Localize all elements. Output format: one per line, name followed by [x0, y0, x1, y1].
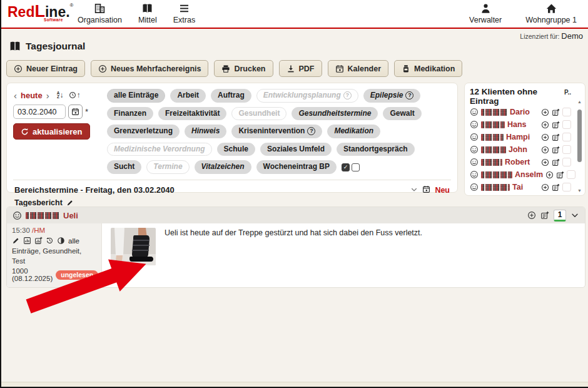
scrollbar-thumb[interactable] [577, 110, 582, 162]
add-entry-icon[interactable] [541, 121, 549, 129]
week-filter-checkbox-empty[interactable] [352, 163, 360, 171]
calendar-button[interactable]: Kalender [328, 60, 389, 77]
client-checkbox[interactable] [562, 158, 571, 166]
scroll-down-arrow[interactable]: ▼ [576, 188, 583, 193]
add-entry-icon[interactable] [541, 183, 549, 191]
chart-add-icon[interactable] [34, 237, 43, 245]
client-checkbox[interactable] [562, 195, 571, 196]
add-report-icon[interactable] [540, 211, 549, 220]
client-checkbox[interactable] [562, 133, 571, 141]
help-icon[interactable]: ? [343, 91, 352, 100]
filter-chip-krisenintervention[interactable]: Krisenintervention? [231, 125, 322, 138]
client-name[interactable]: Dario [510, 108, 530, 116]
add-entry-icon[interactable] [541, 108, 549, 116]
add-report-icon[interactable] [552, 133, 560, 141]
filter-chip-medikation[interactable]: Medikation [327, 125, 380, 138]
client-name[interactable]: Hampi [506, 133, 530, 141]
help-icon[interactable]: ? [405, 91, 413, 100]
help-icon[interactable]: ? [307, 127, 315, 135]
filter-chip-schule[interactable]: Schule [217, 143, 255, 156]
nav-extras[interactable]: Extras [173, 3, 195, 24]
add-report-icon[interactable] [552, 108, 560, 116]
filter-chip-grenzverletzung[interactable]: Grenzverletzung [107, 125, 180, 138]
filter-chip-gesundheitstermine[interactable]: Gesundheitstermine [291, 107, 378, 121]
client-checkbox[interactable] [562, 108, 571, 116]
pdf-button[interactable]: PDF [279, 60, 322, 77]
new-multi-event-button[interactable]: Neues Mehrfachereignis [91, 60, 209, 77]
add-entry-icon[interactable] [527, 211, 536, 220]
edit-pencil-icon[interactable] [12, 237, 20, 245]
client-name[interactable]: Anselm [515, 170, 543, 179]
filter-chip-medizinische-verordnung[interactable]: Medizinische Verordnung [107, 143, 212, 156]
medication-button[interactable]: Medikation [394, 60, 462, 77]
sort-alpha-button[interactable]: AZ↓ [57, 91, 64, 100]
entry-header[interactable]: Ueli 1 [7, 207, 585, 223]
add-entry-icon[interactable] [541, 133, 549, 141]
filter-chip-arbeit[interactable]: Arbeit [170, 89, 206, 103]
add-entry-icon[interactable] [541, 158, 549, 166]
print-button[interactable]: Drucken [214, 60, 273, 77]
client-name[interactable]: Tai [512, 183, 523, 191]
collapse-chevron[interactable] [410, 185, 418, 196]
add-entry-icon[interactable] [541, 196, 549, 197]
refresh-button[interactable]: aktualisieren [13, 123, 90, 140]
filter-chip-wocheneintrag-bp[interactable]: Wocheneintrag BP [256, 160, 337, 174]
week-filter-checkbox-checked[interactable]: ✓ [342, 163, 350, 171]
add-entry-icon[interactable] [541, 146, 549, 154]
scroll-up-arrow[interactable]: ▲ [576, 100, 583, 104]
entry-photo-thumbnail[interactable] [111, 228, 156, 265]
filter-chip-auftrag[interactable]: Auftrag [211, 89, 251, 103]
filter-chip-termine[interactable]: Termine [146, 160, 189, 174]
filter-chip-epilepsie[interactable]: Epilepsie? [363, 89, 421, 103]
toolbar: Neuer Eintrag Neues Mehrfachereignis Dru… [6, 60, 462, 77]
sort-time-button[interactable]: ↑ [69, 91, 80, 99]
nav-wohngruppe[interactable]: Wohngruppe 1 [525, 3, 577, 24]
redline-logo[interactable]: RedLine.® Software [8, 3, 73, 20]
chart-icon[interactable] [23, 237, 31, 245]
filter-chip-entwicklungsplanung[interactable]: Entwicklungsplanung? [256, 89, 358, 103]
chevron-down-icon[interactable] [570, 211, 579, 220]
visibility-icon[interactable] [57, 237, 65, 245]
filter-chip-vitalzeichen[interactable]: Vitalzeichen [195, 160, 251, 174]
history-icon[interactable] [46, 237, 54, 245]
filter-chip-standortgespraech[interactable]: Standortgespräch [337, 143, 415, 156]
add-report-icon[interactable] [552, 146, 560, 154]
client-checkbox[interactable] [567, 170, 575, 179]
prev-day-button[interactable]: ‹ [13, 90, 18, 101]
date-input[interactable] [13, 105, 66, 119]
nav-mittel[interactable]: Mittel [138, 3, 157, 24]
filter-chip-alle-eintraege[interactable]: alle Einträge [107, 89, 165, 103]
client-checkbox[interactable] [562, 120, 571, 129]
client-checkbox[interactable] [562, 183, 571, 191]
client-name[interactable]: Hans [509, 195, 528, 196]
filter-chip-finanzen[interactable]: Finanzen [107, 107, 153, 121]
client-name[interactable]: Hans [507, 120, 527, 129]
entry-count-badge[interactable]: 1 [554, 210, 566, 222]
nav-organisation[interactable]: Organisation [78, 3, 122, 24]
add-entry-icon[interactable] [545, 171, 554, 179]
add-report-icon[interactable] [556, 171, 564, 179]
next-day-button[interactable]: › [46, 90, 50, 101]
filter-chip-soziales-umfeld[interactable]: Soziales Umfeld [260, 143, 332, 156]
client-name[interactable]: Robert [505, 158, 530, 166]
entry-client-name[interactable]: Ueli [63, 211, 78, 220]
today-button[interactable]: heute [21, 91, 43, 100]
add-report-icon[interactable] [552, 183, 560, 191]
new-entry-button[interactable]: Neuer Eintrag [6, 60, 85, 77]
filter-chip-gesundheit[interactable]: Gesundheit [231, 107, 286, 121]
add-report-icon[interactable] [552, 121, 560, 129]
pencil-icon[interactable] [66, 199, 74, 207]
add-report-icon[interactable] [552, 158, 560, 166]
add-report-icon[interactable] [552, 196, 560, 197]
new-appointment-icon-button[interactable] [422, 185, 430, 196]
filter-chip-gewalt[interactable]: Gewalt [383, 107, 421, 121]
nav-verwalter[interactable]: Verwalter [469, 3, 502, 24]
filter-chip-freizeitaktivitaet[interactable]: Freizeitaktivität [158, 107, 226, 121]
clients-scrollbar[interactable]: ▲ ▼ [576, 100, 583, 193]
client-checkbox[interactable] [562, 145, 571, 154]
client-name[interactable]: John [509, 145, 527, 154]
filter-chip-sucht[interactable]: Sucht [107, 160, 141, 174]
date-picker-button[interactable] [68, 105, 83, 119]
new-appointment-link[interactable]: Neu [435, 186, 450, 195]
filter-chip-hinweis[interactable]: Hinweis [185, 125, 226, 138]
